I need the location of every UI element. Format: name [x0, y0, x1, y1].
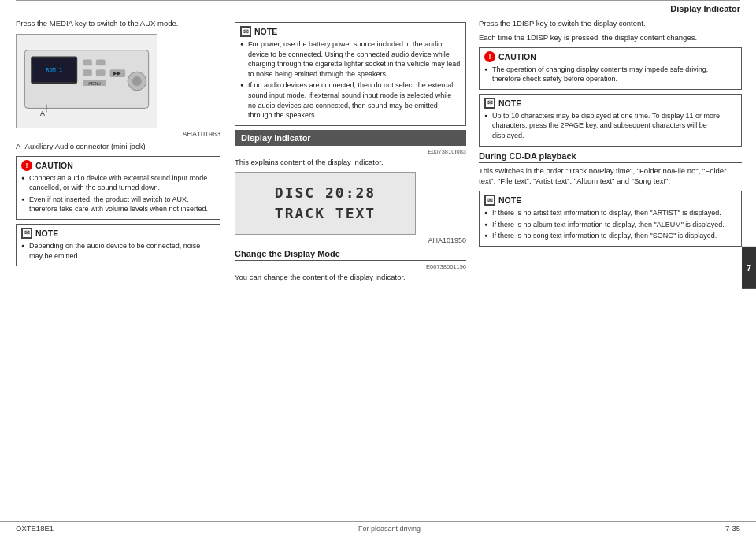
aux-device-image: RDM 1 /MENU ▶▶ A	[16, 34, 158, 128]
svg-rect-5	[96, 59, 106, 65]
middle-note-top-list: For power, use the battery power source …	[240, 39, 461, 121]
left-caution-item-1: Connect an audio device with external so…	[21, 173, 215, 193]
svg-rect-7	[96, 69, 106, 76]
right-note-top-item-1: Up to 10 characters may be displayed at …	[484, 111, 736, 141]
display-indicator-header: Display Indicator	[235, 130, 466, 146]
middle-note-top-item-1: For power, use the battery power source …	[240, 39, 461, 79]
right-note-top-box: ✉ NOTE Up to 10 characters may be displa…	[479, 94, 742, 147]
display-screen-image: DISC 20:28 TRACK TEXT	[235, 172, 416, 235]
during-cd-da-text: This switches in the order "Track no/Pla…	[479, 165, 742, 188]
right-note-top-title: ✉ NOTE	[484, 98, 736, 109]
right-caution-box: ! CAUTION The operation of changing disp…	[479, 47, 742, 90]
note-icon-right-top: ✉	[484, 98, 495, 109]
right-note-bottom-item-2: If there is no album text information to…	[484, 220, 736, 230]
aux-image-label: AHA101963	[16, 130, 220, 138]
right-note-bottom-item-3: If there is no song text information to …	[484, 231, 736, 241]
press-1disp-text: Press the 1DISP key to switch the displa…	[479, 18, 742, 29]
svg-text:/MENU: /MENU	[88, 82, 101, 86]
display-line2: TRACK TEXT	[275, 203, 376, 223]
left-caution-list: Connect an audio device with external so…	[21, 173, 215, 214]
middle-note-top-box: ✉ NOTE For power, use the battery power …	[235, 22, 466, 126]
left-caution-item-2: Even if not inserted, the product will s…	[21, 195, 215, 214]
left-caution-title: ! CAUTION	[21, 160, 215, 171]
middle-note-top-title: ✉ NOTE	[240, 26, 461, 37]
change-display-text: You can change the content of the displa…	[235, 272, 466, 283]
left-note-item-1: Depending on the audio device to be conn…	[21, 241, 215, 261]
page-header: Display Indicator	[0, 1, 756, 15]
header-title: Display Indicator	[670, 4, 740, 13]
caution-icon: !	[21, 160, 32, 171]
display-image-label: AHA101950	[235, 236, 466, 244]
left-caution-box: ! CAUTION Connect an audio device with e…	[16, 156, 220, 220]
footer-center: For pleasant driving	[358, 525, 421, 533]
svg-text:A: A	[40, 110, 45, 117]
press-media-text: Press the MEDIA key to switch to the AUX…	[16, 18, 220, 29]
right-note-bottom-item-1: If there is no artist text information t…	[484, 208, 736, 218]
right-caution-item-1: The operation of changing display conten…	[484, 65, 736, 84]
display-intro-text: This explains content of the display ind…	[235, 157, 466, 168]
svg-text:RDM 1: RDM 1	[46, 67, 62, 73]
right-note-bottom-title: ✉ NOTE	[484, 195, 736, 206]
svg-rect-4	[83, 59, 92, 65]
aux-caption: A- Auxiliary Audio connector (mini-jack)	[16, 141, 220, 152]
left-note-list: Depending on the audio device to be conn…	[21, 241, 215, 261]
note-icon-middle-top: ✉	[240, 26, 251, 37]
right-note-bottom-list: If there is no artist text information t…	[484, 208, 736, 241]
right-caution-title: ! CAUTION	[484, 51, 736, 62]
change-display-mode-title: Change the Display Mode	[235, 249, 466, 261]
during-cd-da-title: During CD-DA playback	[479, 151, 742, 163]
footer-left: OXTE18E1	[16, 524, 54, 533]
svg-text:▶▶: ▶▶	[113, 71, 121, 76]
note-icon-right-bottom: ✉	[484, 195, 495, 206]
page-container: Display Indicator Press the MEDIA key to…	[0, 0, 756, 535]
display-line1: DISC 20:28	[275, 183, 376, 202]
each-time-text: Each time the 1DISP key is pressed, the …	[479, 32, 742, 43]
middle-column: ✉ NOTE For power, use the battery power …	[228, 15, 472, 521]
right-note-top-list: Up to 10 characters may be displayed at …	[484, 111, 736, 141]
display-indicator-id: E0073810I083	[235, 148, 466, 155]
right-column: Press the 1DISP key to switch the displa…	[472, 15, 748, 521]
left-column: Press the MEDIA key to switch to the AUX…	[8, 15, 228, 521]
middle-note-top-item-2: If no audio devices are connected, then …	[240, 80, 461, 120]
svg-point-13	[132, 76, 142, 86]
svg-rect-6	[83, 69, 92, 76]
left-note-title: ✉ NOTE	[21, 228, 215, 239]
right-caution-list: The operation of changing display conten…	[484, 65, 736, 84]
left-note-box: ✉ NOTE Depending on the audio device to …	[16, 224, 220, 266]
caution-icon-right: !	[484, 51, 495, 62]
right-note-bottom-box: ✉ NOTE If there is no artist text inform…	[479, 191, 742, 247]
footer-right: 7-35	[725, 524, 740, 533]
change-display-id: E00738501196	[235, 263, 466, 270]
content-area: Press the MEDIA key to switch to the AUX…	[0, 15, 756, 521]
chapter-tab: 7	[742, 246, 756, 288]
page-footer: OXTE18E1 For pleasant driving 7-35	[0, 521, 756, 535]
note-icon-left: ✉	[21, 228, 32, 239]
